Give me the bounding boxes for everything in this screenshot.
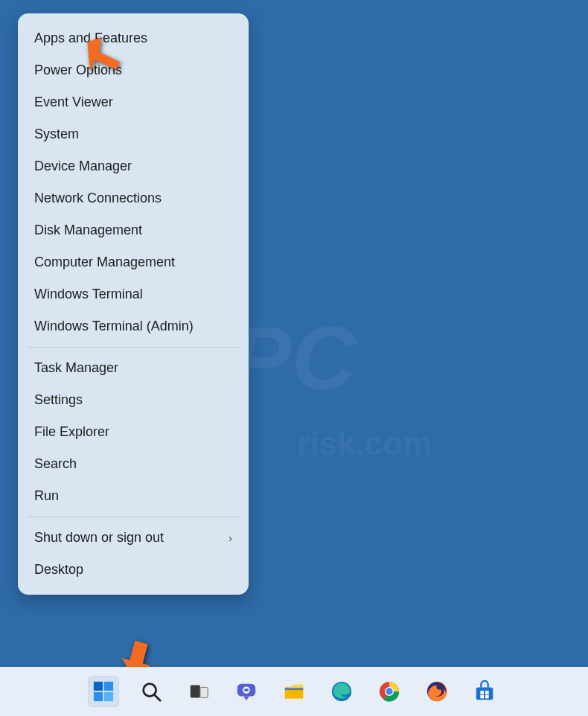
menu-item-run[interactable]: Run — [18, 480, 249, 512]
menu-item-label: Windows Terminal — [34, 287, 143, 302]
folder-icon — [283, 680, 305, 703]
svg-point-16 — [386, 688, 392, 694]
svg-rect-20 — [485, 691, 489, 694]
desktop: PC risk.com Apps and FeaturesPower Optio… — [0, 0, 588, 716]
menu-item-power-options[interactable]: Power Options — [18, 54, 249, 86]
menu-item-label: Device Manager — [34, 159, 132, 174]
edge-button[interactable] — [326, 676, 357, 707]
firefox-icon — [426, 680, 448, 703]
svg-rect-2 — [94, 692, 103, 701]
search-button[interactable] — [135, 676, 167, 707]
svg-rect-22 — [485, 695, 489, 699]
store-icon — [473, 680, 496, 703]
menu-item-label: Computer Management — [34, 255, 175, 270]
menu-item-label: Windows Terminal (Admin) — [34, 319, 194, 334]
search-icon — [140, 680, 162, 703]
menu-item-label: System — [34, 127, 79, 142]
menu-item-device-manager[interactable]: Device Manager — [18, 150, 249, 182]
arrow-annotation-top — [86, 37, 130, 78]
watermark-text: PC — [232, 307, 357, 409]
svg-rect-18 — [476, 687, 493, 700]
winx-menu: Apps and FeaturesPower OptionsEvent View… — [18, 13, 249, 595]
fileexplorer-button[interactable] — [278, 676, 310, 707]
menu-item-search[interactable]: Search — [18, 448, 249, 480]
svg-rect-10 — [244, 688, 249, 691]
watermark-sub: risk.com — [297, 425, 432, 462]
menu-item-label: Desktop — [34, 562, 83, 578]
store-button[interactable] — [469, 676, 500, 707]
svg-rect-0 — [94, 682, 103, 691]
menu-item-network-connections[interactable]: Network Connections — [18, 182, 249, 214]
svg-rect-19 — [480, 691, 484, 694]
menu-item-shut-down-or-sign-out[interactable]: Shut down or sign out› — [18, 522, 249, 554]
menu-item-label: Search — [34, 456, 77, 472]
menu-divider — [27, 517, 240, 517]
menu-item-desktop[interactable]: Desktop — [18, 554, 249, 586]
taskbar — [0, 667, 588, 716]
chat-icon — [235, 680, 258, 703]
svg-rect-3 — [104, 692, 113, 701]
svg-rect-7 — [200, 687, 208, 697]
menu-item-label: Disk Management — [34, 223, 142, 238]
menu-item-file-explorer[interactable]: File Explorer — [18, 416, 249, 448]
taskview-icon — [188, 680, 210, 703]
menu-item-disk-management[interactable]: Disk Management — [18, 214, 249, 246]
menu-item-windows-terminal[interactable]: Windows Terminal — [18, 278, 249, 310]
firefox-button[interactable] — [421, 676, 453, 707]
menu-item-settings[interactable]: Settings — [18, 384, 249, 416]
chrome-button[interactable] — [374, 676, 405, 707]
edge-icon — [330, 680, 353, 703]
menu-item-label: File Explorer — [34, 424, 109, 440]
menu-item-task-manager[interactable]: Task Manager — [18, 352, 249, 384]
menu-item-label: Event Viewer — [34, 95, 113, 110]
svg-rect-21 — [480, 695, 484, 699]
svg-rect-12 — [285, 688, 303, 690]
menu-item-label: Task Manager — [34, 360, 118, 376]
chrome-icon — [378, 680, 400, 703]
chevron-right-icon: › — [229, 532, 232, 544]
menu-item-windows-terminal-admin-[interactable]: Windows Terminal (Admin) — [18, 310, 249, 342]
menu-item-label: Run — [34, 488, 59, 504]
svg-line-5 — [155, 695, 161, 701]
menu-item-computer-management[interactable]: Computer Management — [18, 246, 249, 278]
menu-item-system[interactable]: System — [18, 118, 249, 150]
menu-item-event-viewer[interactable]: Event Viewer — [18, 86, 249, 118]
windows-icon — [92, 680, 115, 703]
svg-rect-1 — [104, 682, 113, 691]
menu-item-label: Settings — [34, 392, 83, 408]
menu-item-label: Network Connections — [34, 191, 162, 206]
taskview-button[interactable] — [183, 676, 214, 707]
menu-item-label: Shut down or sign out — [34, 530, 164, 546]
svg-rect-6 — [191, 685, 200, 698]
menu-divider — [27, 347, 240, 348]
menu-item-apps-and-features[interactable]: Apps and Features — [18, 22, 249, 54]
start-button[interactable] — [88, 676, 119, 707]
chat-button[interactable] — [231, 676, 262, 707]
